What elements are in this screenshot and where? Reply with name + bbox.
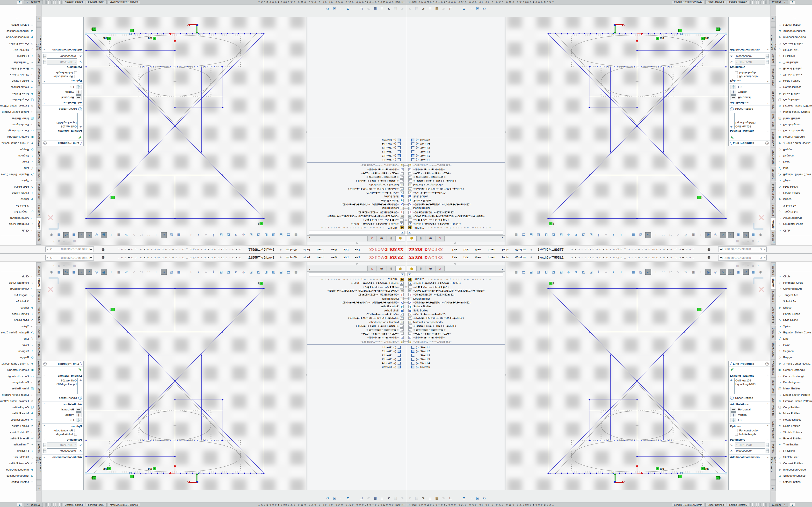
tree-item-solid-bodies[interactable]: ◼ Solid Bodies: [406, 194, 505, 199]
expand-icon[interactable]: ▶: [406, 301, 408, 303]
Sketch3[interactable]: Sketch3: [406, 150, 505, 154]
tree-item-design-binder[interactable]: ▶ ▢ Design Binder: [406, 207, 505, 210]
quick-access-toolbar[interactable]: ⊙ Ж ⊙ ∔ ⊙ 25 ⊙ ⊕ ⊙ Ж ⊙ ∔ ⊙ ◯ ⊙ ◯ ⊙ ∔ ⊙ Ж…: [571, 248, 706, 251]
tool-item[interactable]: ∾ Spline: [776, 178, 812, 184]
tree-item-top-plane[interactable]: ▱ ○∙◉✚○∗◉I○∘○I◉∗○✚◉∙○: [406, 175, 505, 179]
tool-item[interactable]: ▪ Point: [776, 342, 812, 348]
tool-item[interactable]: ❏ Copy Entities: [0, 97, 36, 103]
commandmanager-tab[interactable]: Sheet Metal: [771, 148, 776, 166]
tool-item[interactable]: ∿ Style Spline: [776, 184, 812, 190]
tab-configurationmanager[interactable]: ⊕: [426, 266, 435, 271]
tree-item-material[interactable]: ≣ Material < not specified >: [307, 183, 406, 187]
tool-item[interactable]: ◖ Partial Ellipse: [0, 190, 36, 196]
commandmanager-tab[interactable]: Sheet Metal: [36, 148, 41, 166]
close-icon[interactable]: ✕: [706, 255, 711, 260]
tool-item[interactable]: ∷ Linear Sketch Pattern: [0, 109, 36, 115]
tool-item[interactable]: ⇲ Scale Entities: [776, 423, 812, 429]
tool-item[interactable]: ◫ Mirror Entities: [0, 385, 36, 392]
menu-item[interactable]: File: [449, 253, 460, 262]
expand-icon[interactable]: ▶: [406, 286, 408, 288]
commandmanager-tab[interactable]: Markup: [36, 52, 41, 65]
tree-filter[interactable]: [309, 272, 405, 276]
commandmanager-tab[interactable]: Surfaces: [771, 204, 776, 218]
angle-spinner[interactable]: ▴▾: [766, 54, 769, 59]
relation-badge-equal[interactable]: =109: [656, 467, 664, 470]
commandmanager-tab[interactable]: Features: [771, 231, 776, 244]
tool-item[interactable]: ✚ Move Entities: [0, 410, 36, 417]
add-relation-button[interactable]: ⚓ Fix: [44, 418, 82, 422]
bottom-toolbar-icon[interactable]: ▣: [332, 6, 337, 12]
length-field[interactable]: 10.88152731: [735, 60, 765, 64]
close-icon[interactable]: ✕: [101, 247, 106, 252]
commandmanager-tab[interactable]: Mesh Modeling: [771, 89, 776, 112]
tree-filter[interactable]: [407, 231, 503, 235]
panel-graphics-splitter[interactable]: [505, 17, 506, 245]
commandmanager-tab[interactable]: Direct Editing: [36, 304, 41, 325]
unit-system-selector[interactable]: Custom▴: [24, 0, 43, 4]
tool-item[interactable]: ╱ Line: [776, 165, 812, 171]
Sketch6[interactable]: (-) Sketch6: [406, 365, 505, 369]
angle-field[interactable]: 0.00000000°: [735, 54, 765, 59]
relation-badge-collinear[interactable]: ∕3: [716, 476, 721, 480]
relation-badge-collinear[interactable]: ∕3: [109, 196, 115, 199]
commandmanager-tab[interactable]: Mesh Modeling: [771, 395, 776, 418]
tree-filter[interactable]: [407, 272, 503, 276]
tree-item-markups[interactable]: ◑ ○25∙◉25И3Ɛ25○∘○52Ɛ3И52◉∙52○: [406, 293, 505, 297]
tool-item[interactable]: ◠ Centerpoint Arc: [0, 215, 36, 221]
tab-displaymanager[interactable]: ◕: [435, 236, 445, 241]
commandmanager-tab[interactable]: Evaluate: [36, 167, 41, 181]
menu-item[interactable]: Insert: [485, 245, 498, 253]
commandmanager-tab[interactable]: Data Migration: [771, 65, 776, 88]
commandmanager-tab[interactable]: ⋮: [771, 21, 776, 27]
tool-item[interactable]: ƒx Equation Driven Curve: [0, 171, 36, 178]
commandmanager-tab[interactable]: Mesh Modeling: [36, 395, 41, 418]
search-input[interactable]: Search CAD Models: [61, 248, 88, 251]
tool-item[interactable]: ↔ Stretch Entities: [0, 72, 36, 78]
search-icon[interactable]: ⌕: [49, 256, 53, 260]
tool-item[interactable]: ∿ Style Spline: [776, 317, 812, 323]
pin-menu-icon[interactable]: ➤: [278, 255, 283, 260]
tree-item-locked-folder[interactable]: ▶ ▣ ○253ƐИИΛU+○∘○+UΛИИƐ352○: [307, 340, 406, 344]
tag-icon[interactable]: ⬙: [790, 0, 795, 4]
tag-icon[interactable]: ⬙: [790, 503, 795, 507]
relation-badge-parallel[interactable]: ∕: [130, 475, 134, 478]
tab-featuremanager[interactable]: ⬢: [407, 266, 416, 271]
bottom-toolbar-icon[interactable]: ◔: [468, 495, 474, 501]
bottom-toolbar-icon[interactable]: ▤: [393, 495, 398, 501]
tree-item-selection-sets[interactable]: ▤ ○25✚3Ɛ25○ИИ◉∘✚⊃C3ƐU3Ɛ25○∘○25Ɛ3U3ƐC⊂✚∘◉…: [406, 214, 505, 218]
tree-item-history[interactable]: ★ ○Ɛ53Ɛ✚∘◉ΛΛΑΦ○∘○ΦΑΛΛ◉∘✚Ɛ35Ɛ○: [307, 281, 406, 285]
tool-item[interactable]: ▪ Point: [0, 342, 36, 348]
commandmanager-tab[interactable]: Sketch: [36, 277, 41, 289]
ok-button[interactable]: ✔: [730, 367, 770, 372]
tree-item-locked-folder[interactable]: ▶ ▣ ○253ƐИИΛU+○∘○+UΛИИƐ352○: [406, 340, 505, 344]
menu-item[interactable]: Window: [283, 253, 300, 262]
tree-filter[interactable]: [309, 231, 405, 235]
commandmanager-tab[interactable]: Weldments: [771, 130, 776, 148]
commandmanager-tab[interactable]: Surfaces: [36, 204, 41, 218]
commandmanager-tab[interactable]: Sketch: [771, 277, 776, 289]
tree-item-sensors[interactable]: ▶ ◔ ○人◉✚25∘Ǝ○∘○Ǝ∘52✚◉人○: [406, 285, 505, 289]
tree-item-history[interactable]: ★ ○Ɛ53Ɛ✚∘◉ΛΛΑΦ○∘○ΦΑΛΛ◉∘✚Ɛ35Ɛ○: [307, 222, 406, 226]
tab-displaymanager[interactable]: ◕: [435, 266, 445, 271]
bottom-toolbar-icon[interactable]: ✎: [386, 6, 392, 12]
tab-propertymanager[interactable]: ⊪: [416, 266, 426, 271]
tab-configurationmanager[interactable]: ⊕: [426, 236, 435, 241]
commandmanager-tab[interactable]: Evaluate: [36, 326, 41, 340]
collapse-icon[interactable]: ⌃: [43, 403, 45, 406]
tree-item-origin[interactable]: ∟ ○ИИ∘9∘∙◉○∘○◉∙∘9∘ИИ○: [406, 167, 505, 171]
tree-item-top-plane[interactable]: ▱ ○∙◉✚○∗◉I○∘○I◉∗○✚◉∙○: [307, 328, 406, 332]
bottom-toolbar-icon[interactable]: ⚙: [481, 6, 487, 12]
tool-item[interactable]: ◈ 3 Point Center Recta...: [0, 360, 36, 367]
collapse-icon[interactable]: ⌃: [43, 130, 45, 132]
tool-item[interactable]: ⁞ Segment: [776, 153, 812, 159]
length-spinner[interactable]: ▴▾: [43, 443, 46, 447]
commandmanager-tab[interactable]: ⋮: [771, 486, 776, 491]
bottom-toolbar-icon[interactable]: ✐: [399, 495, 405, 501]
bottom-toolbar-icon[interactable]: [352, 6, 358, 12]
tool-item[interactable]: ╱ Line: [0, 165, 36, 171]
tool-item[interactable]: □ Convert Entities: [0, 460, 36, 466]
tool-item[interactable]: ∷ Linear Sketch Pattern: [776, 392, 812, 398]
tool-item[interactable]: ↔ Stretch Entities: [776, 429, 812, 435]
commandmanager-tab[interactable]: Surfaces: [771, 289, 776, 303]
tree-item-equations[interactable]: Σ ○25ИИ◉∘✚ΑU□3Ɛ○∘○Ɛ3□UΑ✚∘◉ИИ52○: [406, 187, 505, 191]
